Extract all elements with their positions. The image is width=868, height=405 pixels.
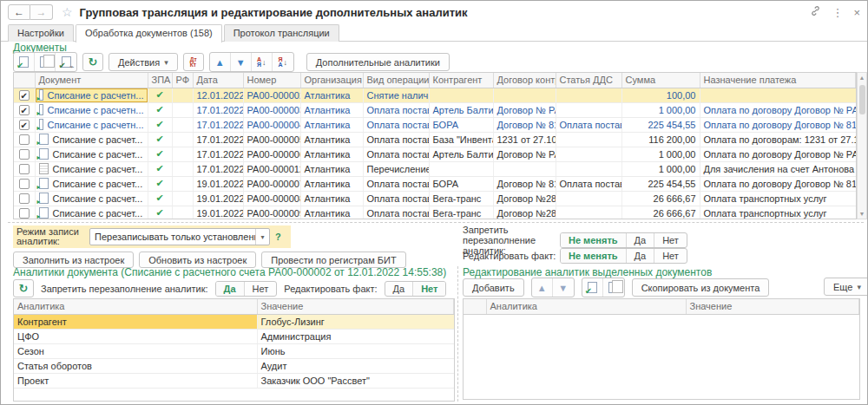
document-icon: ▸ [39, 178, 49, 189]
tab-0[interactable]: Настройки [8, 24, 74, 42]
zpa-check-icon: ✔ [155, 148, 163, 159]
row-checkbox[interactable] [19, 164, 30, 174]
switch-option[interactable]: Нет [413, 282, 445, 296]
column-header[interactable] [464, 299, 486, 314]
move-up-button[interactable]: ▲ [210, 53, 231, 71]
chevron-down-icon[interactable]: ▾ [255, 229, 269, 245]
copy-document-icon [40, 56, 49, 68]
vertical-scrollbar[interactable]: ▲ ▼ [857, 72, 867, 219]
scroll-up-icon[interactable]: ▲ [859, 73, 865, 82]
row-down-button[interactable]: ▼ [553, 278, 574, 297]
column-header[interactable]: Номер [243, 73, 300, 88]
table-row[interactable]: ▸Списание с расчет... ✔ 17.01.2022 РА00-… [14, 132, 856, 147]
column-header[interactable]: Статья ДДС [556, 73, 621, 88]
unmark-all-button[interactable] [35, 53, 56, 71]
column-header[interactable]: Контрагент [429, 73, 493, 88]
tab-1[interactable]: Обработка документов (158) [76, 24, 222, 42]
switch-option[interactable]: Да [627, 249, 655, 263]
favorite-star-icon[interactable]: ☆ [62, 5, 73, 19]
doc-analytics-refresh-button[interactable]: ↻ [13, 279, 34, 297]
list-item[interactable]: Проект Заказчик ООО "Рассвет" [14, 373, 454, 388]
row-checkbox[interactable]: ✔ [19, 120, 30, 130]
menu-kebab-icon[interactable]: ⋮ [832, 6, 843, 19]
row-checkbox[interactable] [19, 179, 30, 189]
column-header[interactable]: Договор контраг... [493, 73, 556, 88]
tab-2[interactable]: Протокол трансляции [224, 24, 339, 42]
table-row[interactable]: ✔ ▸Списание с расчетн... ✔ 17.01.2022 РА… [14, 117, 856, 132]
dtkt-button[interactable]: ДтКт [183, 53, 204, 71]
switch-option[interactable]: Да [627, 233, 655, 247]
sort-ascending-button[interactable]: АЯ↓ [252, 53, 273, 71]
copy-document-icon [608, 282, 618, 293]
down-arrow-icon: ▼ [558, 283, 568, 293]
invert-marks-button[interactable]: ✔⌁ [56, 53, 76, 71]
list-item[interactable]: Сезон Июнь [14, 343, 454, 358]
row-checkbox[interactable] [19, 208, 30, 219]
column-header[interactable]: Назначение платежа [700, 73, 856, 88]
table-row[interactable]: ▸Списание с расчет... ✔ 19.01.2022 РА00-… [14, 206, 856, 219]
refresh-icon: ↻ [89, 56, 98, 69]
additional-analytics-button[interactable]: Дополнительные аналитики [306, 53, 450, 71]
mark-all-button[interactable]: ✔ [14, 53, 35, 71]
column-header[interactable]: Дата [193, 73, 243, 88]
sort-descending-button[interactable]: ЯА↓ [273, 53, 293, 71]
help-icon[interactable]: ? [275, 232, 281, 242]
zpa-check-icon: ✔ [155, 104, 163, 114]
column-header[interactable]: Аналитика [14, 299, 257, 314]
move-down-button[interactable]: ▼ [231, 53, 252, 71]
copy-from-document-button[interactable]: Скопировать из документа [632, 278, 770, 297]
forward-button[interactable]: → [30, 4, 53, 20]
more-button[interactable]: Еще▾ [824, 278, 868, 296]
row-checkbox[interactable] [19, 193, 30, 204]
table-row[interactable]: ✔ ▸Списание с расчетн... ✔ 17.01.2022 РА… [14, 102, 856, 117]
list-item[interactable]: Статья оборотов Аудит [14, 358, 454, 373]
column-header[interactable]: ЗПА [148, 73, 172, 88]
switch-option[interactable]: Не менять [561, 233, 627, 247]
switch-option[interactable]: Не менять [561, 249, 627, 263]
vertical-splitter[interactable] [457, 266, 458, 402]
switch-option[interactable]: Нет [245, 282, 277, 296]
link-icon[interactable] [810, 5, 821, 19]
table-row[interactable]: ▸Списание с расчет... ✔ 19.01.2022 РА00-… [14, 191, 856, 206]
column-header[interactable]: Организация [300, 73, 363, 88]
list-item[interactable]: ЦФО Администрация [14, 329, 454, 343]
column-header[interactable]: Документ [35, 73, 148, 88]
dtkt-icon: ДтКт [190, 57, 197, 68]
add-button[interactable]: Добавить [463, 278, 524, 297]
scrollbar-thumb[interactable] [859, 85, 865, 114]
row-checkbox[interactable]: ✔ [19, 105, 30, 115]
edit-analytics-table: АналитикаЗначение [463, 298, 860, 400]
switch-option[interactable]: Нет [654, 249, 687, 263]
close-icon[interactable]: × [853, 6, 860, 19]
doc-analytics-toolbar: ↻ Запретить перезаполнение аналитик: ДаН… [13, 279, 446, 297]
column-header[interactable]: Аналитика [486, 299, 686, 314]
row-checkbox[interactable] [19, 134, 30, 145]
scroll-down-icon[interactable]: ▼ [859, 209, 865, 219]
row-checkbox[interactable]: ✔ [19, 90, 30, 101]
page-title: Групповая трансляция и редактирование до… [80, 6, 468, 19]
column-header[interactable]: Вид операции [363, 73, 429, 88]
column-header[interactable]: Значение [257, 299, 454, 314]
row-up-button[interactable]: ▲ [532, 278, 553, 297]
horizontal-splitter[interactable] [8, 222, 864, 223]
list-item[interactable]: Контрагент Глобус-Лизинг [14, 314, 454, 329]
refresh-button[interactable]: ↻ [82, 53, 103, 71]
column-header[interactable]: Сумма [621, 73, 700, 88]
table-row[interactable]: ▸Списание с расчет... ✔ 17.01.2022 РА00-… [14, 147, 856, 161]
actions-button[interactable]: Действия▾ [108, 53, 178, 71]
write-mode-select[interactable]: Перезаписывать только установленные ▾ [89, 228, 270, 245]
column-header[interactable]: Значение [686, 299, 859, 314]
switch-option[interactable]: Да [385, 282, 414, 296]
table-row[interactable]: ✔ ▸Списание с расчетн... ✔ 12.01.2022 РА… [14, 88, 856, 102]
table-row[interactable]: ▸Списание с расчет... ✔ 19.01.2022 РА00-… [14, 176, 856, 191]
table-row[interactable]: Списание с расчет... ✔ 17.01.2022 РА00-0… [14, 161, 856, 176]
switch-option[interactable]: Нет [654, 233, 687, 247]
row-checkbox[interactable] [19, 149, 30, 160]
mark-all-button[interactable]: ✔ [582, 278, 603, 297]
unmark-all-button[interactable] [603, 278, 624, 297]
column-header[interactable] [14, 73, 35, 88]
document-icon: ▸ [39, 89, 43, 101]
switch-option[interactable]: Да [216, 282, 245, 296]
back-button[interactable]: ← [8, 4, 30, 20]
column-header[interactable]: РФ [172, 73, 193, 88]
